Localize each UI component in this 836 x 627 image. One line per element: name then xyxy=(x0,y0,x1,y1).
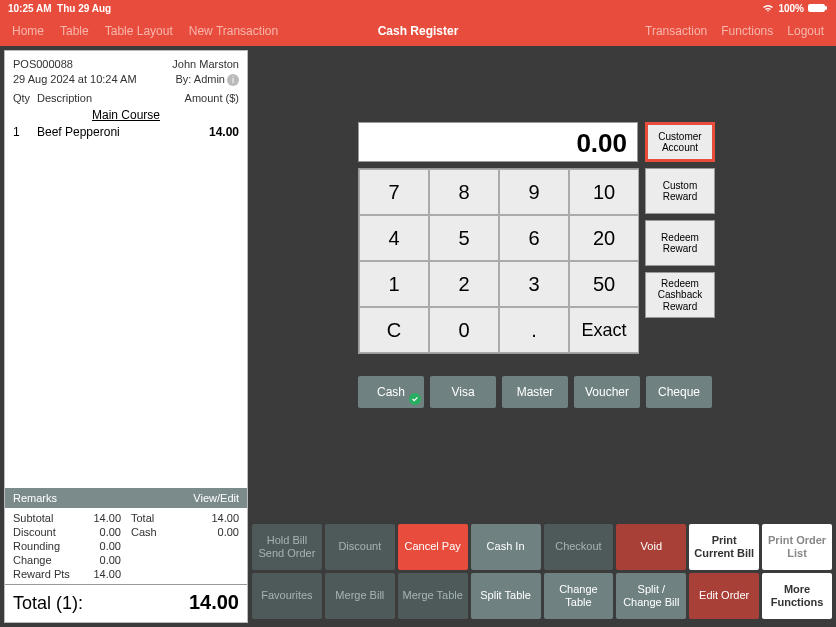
numeric-keypad: 7 8 9 10 4 5 6 20 1 2 3 50 C 0 . Exact xyxy=(358,168,639,354)
receipt-by: By: Admin xyxy=(175,73,225,85)
receipt-panel: POS000088John Marston 29 Aug 2024 at 10:… xyxy=(4,50,248,623)
nav-table[interactable]: Table xyxy=(60,24,89,38)
custom-reward-button[interactable]: Custom Reward xyxy=(645,168,715,214)
key-6[interactable]: 6 xyxy=(499,215,569,261)
key-exact[interactable]: Exact xyxy=(569,307,639,353)
key-2[interactable]: 2 xyxy=(429,261,499,307)
total-label: Total xyxy=(131,512,201,524)
key-20[interactable]: 20 xyxy=(569,215,639,261)
customer-account-button[interactable]: Customer Account xyxy=(645,122,715,162)
course-title: Main Course xyxy=(5,106,247,124)
wifi-icon xyxy=(762,3,774,13)
key-dot[interactable]: . xyxy=(499,307,569,353)
key-10[interactable]: 10 xyxy=(569,169,639,215)
remarks-bar[interactable]: Remarks View/Edit xyxy=(5,488,247,508)
redeem-reward-button[interactable]: Redeem Reward xyxy=(645,220,715,266)
discount-button[interactable]: Discount xyxy=(325,524,395,570)
key-3[interactable]: 3 xyxy=(499,261,569,307)
discount-label: Discount xyxy=(13,526,83,538)
amount-display: 0.00 xyxy=(358,122,638,162)
rounding-label: Rounding xyxy=(13,540,83,552)
battery-icon xyxy=(808,3,828,13)
edit-order-button[interactable]: Edit Order xyxy=(689,573,759,619)
subtotal-label: Subtotal xyxy=(13,512,83,524)
key-1[interactable]: 1 xyxy=(359,261,429,307)
checkout-button[interactable]: Checkout xyxy=(544,524,614,570)
page-title: Cash Register xyxy=(378,24,459,38)
nav-functions[interactable]: Functions xyxy=(721,24,773,38)
pay-visa[interactable]: Visa xyxy=(430,376,496,408)
merge-bill-button[interactable]: Merge Bill xyxy=(325,573,395,619)
receipt-id: POS000088 xyxy=(13,57,73,72)
battery-percent: 100% xyxy=(778,3,804,14)
split-table-button[interactable]: Split Table xyxy=(471,573,541,619)
pay-voucher[interactable]: Voucher xyxy=(574,376,640,408)
grand-total-value: 14.00 xyxy=(189,591,239,614)
key-9[interactable]: 9 xyxy=(499,169,569,215)
key-clear[interactable]: C xyxy=(359,307,429,353)
check-icon xyxy=(409,393,421,405)
grand-total-label: Total (1): xyxy=(13,593,83,614)
pay-master[interactable]: Master xyxy=(502,376,568,408)
receipt-customer: John Marston xyxy=(172,57,239,72)
more-functions-button[interactable]: More Functions xyxy=(762,573,832,619)
key-7[interactable]: 7 xyxy=(359,169,429,215)
nav-table-layout[interactable]: Table Layout xyxy=(105,24,173,38)
cash-in-button[interactable]: Cash In xyxy=(471,524,541,570)
key-50[interactable]: 50 xyxy=(569,261,639,307)
split-change-bill-button[interactable]: Split / Change Bill xyxy=(616,573,686,619)
key-8[interactable]: 8 xyxy=(429,169,499,215)
col-amt: Amount ($) xyxy=(169,92,239,104)
receipt-timestamp: 29 Aug 2024 at 10:24 AM xyxy=(13,72,137,87)
print-current-bill-button[interactable]: Print Current Bill xyxy=(689,524,759,570)
pay-cheque[interactable]: Cheque xyxy=(646,376,712,408)
top-nav: Home Table Table Layout New Transaction … xyxy=(0,16,836,46)
col-qty: Qty xyxy=(13,92,37,104)
cash-label: Cash xyxy=(131,526,201,538)
receipt-item[interactable]: 1 Beef Pepperoni 14.00 xyxy=(13,124,239,141)
change-table-button[interactable]: Change Table xyxy=(544,573,614,619)
nav-logout[interactable]: Logout xyxy=(787,24,824,38)
key-5[interactable]: 5 xyxy=(429,215,499,261)
info-icon[interactable]: i xyxy=(227,74,239,86)
void-button[interactable]: Void xyxy=(616,524,686,570)
status-bar: 10:25 AM Thu 29 Aug 100% xyxy=(0,0,836,16)
nav-home[interactable]: Home xyxy=(12,24,44,38)
key-0[interactable]: 0 xyxy=(429,307,499,353)
svg-rect-0 xyxy=(808,4,825,12)
redeem-cashback-button[interactable]: Redeem Cashback Reward xyxy=(645,272,715,318)
status-time: 10:25 AM Thu 29 Aug xyxy=(8,3,111,14)
key-4[interactable]: 4 xyxy=(359,215,429,261)
favourites-button[interactable]: Favourites xyxy=(252,573,322,619)
nav-new-transaction[interactable]: New Transaction xyxy=(189,24,278,38)
merge-table-button[interactable]: Merge Table xyxy=(398,573,468,619)
col-desc: Description xyxy=(37,92,169,104)
remarks-action: View/Edit xyxy=(193,492,239,504)
cancel-pay-button[interactable]: Cancel Pay xyxy=(398,524,468,570)
svg-rect-1 xyxy=(825,6,827,10)
reward-label: Reward Pts xyxy=(13,568,83,580)
remarks-label: Remarks xyxy=(13,492,57,504)
nav-transaction[interactable]: Transaction xyxy=(645,24,707,38)
print-order-list-button[interactable]: Print Order List xyxy=(762,524,832,570)
hold-bill-button[interactable]: Hold Bill Send Order xyxy=(252,524,322,570)
change-label: Change xyxy=(13,554,83,566)
pay-cash[interactable]: Cash xyxy=(358,376,424,408)
